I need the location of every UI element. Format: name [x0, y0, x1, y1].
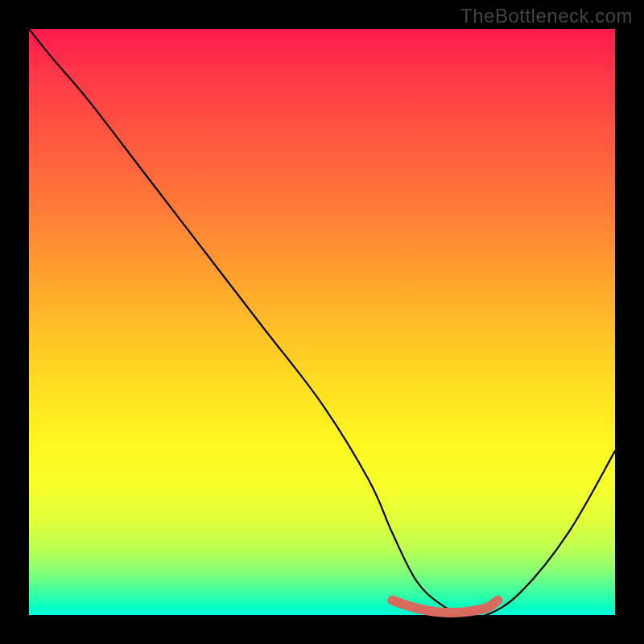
- chart-frame: TheBottleneck.com: [0, 0, 644, 644]
- curve-layer: [29, 29, 615, 615]
- bottleneck-curve-path: [29, 29, 615, 617]
- plot-area: [29, 29, 615, 615]
- watermark-text: TheBottleneck.com: [460, 5, 633, 27]
